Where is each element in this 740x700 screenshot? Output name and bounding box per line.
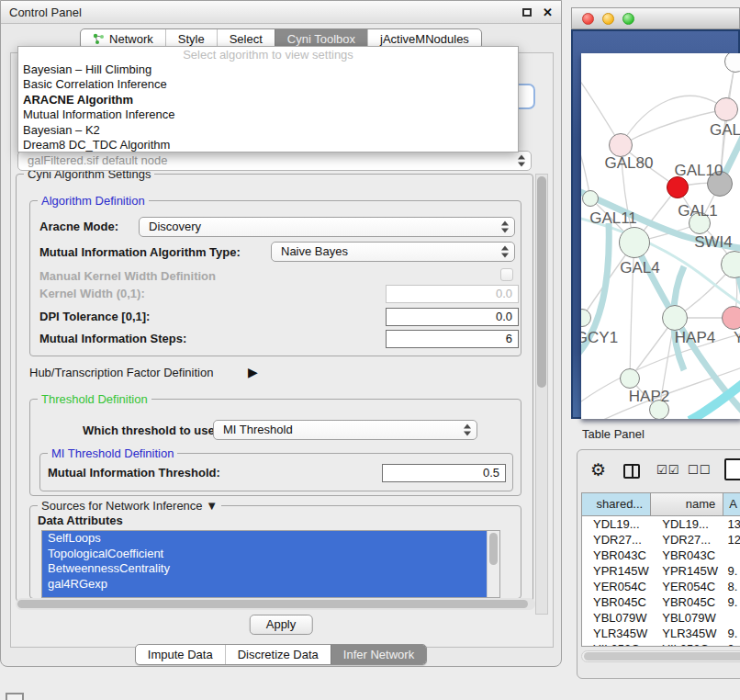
columns-icon[interactable] — [623, 464, 640, 479]
sources-disclosure-icon[interactable]: ▼ — [206, 499, 218, 513]
list-scrollbar[interactable] — [487, 531, 499, 597]
network-window: GAL GAL80 GAL10 GAL11 GAL1 SWI4 GAL4 GCY… — [571, 7, 740, 419]
table-panel-box: ⚙ ☑☑ ☐☐ shared... name A YDL19...YDL19..… — [577, 449, 740, 679]
column-header-a[interactable]: A — [723, 493, 740, 515]
network-canvas[interactable]: GAL GAL80 GAL10 GAL11 GAL1 SWI4 GAL4 GCY… — [581, 53, 740, 419]
dropdown-placeholder: Select algorithm to view settings — [18, 47, 518, 62]
tab-impute-data[interactable]: Impute Data — [136, 645, 225, 664]
mi-steps-label: Mutual Information Steps: — [39, 332, 186, 345]
table-header-row: shared... name A — [582, 493, 740, 516]
table-row[interactable]: YBL079WYBL079W — [582, 610, 740, 626]
select-all-icon[interactable]: ☑☑ — [656, 463, 679, 477]
sources-group: Sources for Network Inference ▼ Data Att… — [29, 505, 521, 599]
node-hap2[interactable] — [620, 368, 640, 389]
apply-button[interactable]: Apply — [250, 615, 313, 635]
which-threshold-combobox[interactable]: MI Threshold — [213, 420, 477, 440]
algorithm-definition-title: Algorithm Definition — [38, 194, 149, 208]
tab-infer-network[interactable]: Infer Network — [331, 645, 426, 664]
list-item-selfloops[interactable]: SelfLoops — [42, 531, 499, 547]
aracne-mode-combobox[interactable]: Discovery — [139, 217, 515, 237]
node-label-gal10: GAL10 — [675, 162, 723, 180]
node-label-gal11: GAL11 — [589, 209, 637, 228]
dpi-tolerance-field[interactable]: 0.0 — [386, 308, 519, 326]
kernel-width-label: Kernel Width (0,1): — [39, 287, 145, 300]
threshold-definition-group: Threshold Definition Which threshold to … — [29, 399, 521, 496]
dropdown-item-basic-correlation[interactable]: Basic Correlation Inference — [18, 77, 518, 92]
mi-algorithm-type-combobox[interactable]: Naive Bayes — [271, 242, 515, 262]
node-label-gal80: GAL80 — [605, 154, 654, 173]
table-horizontal-scrollbar[interactable] — [581, 650, 740, 662]
control-panel-title: Control Panel — [9, 6, 82, 19]
mi-algorithm-type-label: Mutual Information Algorithm Type: — [39, 245, 241, 259]
tab-discretize-data[interactable]: Discretize Data — [225, 645, 331, 664]
combo-stepper-icon — [500, 221, 509, 233]
dropdown-item-dream8[interactable]: Dream8 DC_TDC Algorithm — [18, 138, 518, 152]
mi-threshold-field[interactable]: 0.5 — [382, 464, 506, 482]
column-header-name[interactable]: name — [651, 493, 723, 515]
table-toolbar: ⚙ ☑☑ ☐☐ — [577, 454, 740, 491]
network-window-titlebar — [571, 7, 740, 29]
node-gal11[interactable] — [582, 190, 599, 207]
table-row[interactable]: YLR345WYLR345W9. — [582, 626, 740, 641]
mi-threshold-group: MI Threshold Definition Mutual Informati… — [39, 453, 513, 491]
hub-definition-label: Hub/Transcription Factor Definition — [29, 366, 213, 379]
list-item-topologicalcoefficient[interactable]: TopologicalCoefficient — [42, 547, 499, 562]
table-panel: Table Panel ⚙ ☑☑ ☐☐ shared... name A YDL… — [569, 419, 740, 700]
algorithm-definition-group: Algorithm Definition Aracne Mode: Discov… — [29, 200, 521, 356]
node-label-hap2: HAP2 — [629, 388, 669, 406]
dropdown-item-bayesian-hill-climbing[interactable]: Bayesian – Hill Climbing — [18, 62, 518, 77]
list-item-betweennesscentrality[interactable]: BetweennessCentrality — [42, 561, 499, 577]
table-row[interactable]: YBR045CYBR045C9. — [582, 594, 740, 610]
combo-stepper-icon — [517, 155, 525, 167]
hub-disclosure-icon[interactable]: ▶ — [248, 365, 258, 379]
close-icon[interactable]: ✕ — [543, 6, 553, 18]
network-window-frame: GAL GAL80 GAL10 GAL11 GAL1 SWI4 GAL4 GCY… — [571, 29, 740, 419]
node-label-gal-cut: GAL — [710, 121, 740, 140]
dpi-tolerance-label: DPI Tolerance [0,1]: — [39, 310, 150, 323]
file-icon[interactable] — [724, 458, 740, 480]
minimized-panel-icon[interactable] — [6, 693, 24, 700]
combo-stepper-icon — [463, 424, 471, 436]
mi-threshold-group-title: MI Threshold Definition — [48, 446, 177, 460]
list-item-gal4rgexp[interactable]: gal4RGexp — [42, 577, 499, 593]
mi-threshold-label: Mutual Information Threshold: — [48, 466, 220, 480]
close-traffic-light[interactable] — [582, 13, 594, 25]
table-row[interactable]: YBR043CYBR043C — [582, 548, 740, 563]
zoom-traffic-light[interactable] — [622, 13, 634, 25]
data-attributes-list[interactable]: SelfLoops TopologicalCoefficient Between… — [41, 530, 500, 598]
float-window-icon[interactable] — [522, 8, 532, 17]
unselect-all-icon[interactable]: ☐☐ — [688, 463, 711, 477]
data-attributes-label: Data Attributes — [38, 514, 123, 527]
manual-kernel-width-checkbox — [500, 268, 513, 281]
column-header-shared[interactable]: shared... — [582, 493, 651, 515]
node-y-cut[interactable] — [722, 306, 740, 330]
table-row[interactable]: YDR27...YDR27...12 — [582, 532, 740, 548]
manual-kernel-width-label: Manual Kernel Width Definition — [39, 269, 216, 283]
network-icon — [93, 33, 105, 45]
mi-steps-field[interactable]: 6 — [386, 330, 519, 348]
dropdown-item-aracne[interactable]: ARACNE Algorithm — [18, 93, 518, 107]
minimize-traffic-light[interactable] — [602, 13, 614, 25]
table-row[interactable]: YDL19...YDL19...13 — [582, 516, 740, 532]
table-row[interactable]: YPR145WYPR145W9. — [582, 563, 740, 579]
network-combobox[interactable]: galFiltered.sif default node — [17, 151, 532, 171]
node-gal4[interactable] — [619, 227, 650, 258]
which-threshold-label: Which threshold to use: — [83, 423, 219, 437]
bottom-tab-bar: Impute Data Discretize Data Infer Networ… — [1, 644, 561, 665]
settings-horizontal-scrollbar[interactable] — [16, 598, 535, 610]
table-panel-title: Table Panel — [582, 427, 645, 441]
threshold-definition-title: Threshold Definition — [38, 392, 151, 406]
node-label-swi4: SWI4 — [694, 233, 733, 252]
dropdown-item-mutual-information[interactable]: Mutual Information Inference — [18, 107, 518, 122]
gear-icon[interactable]: ⚙ — [590, 459, 606, 480]
dropdown-item-bayesian-k2[interactable]: Bayesian – K2 — [18, 123, 518, 138]
sources-group-title: Sources for Network Inference ▼ — [38, 499, 221, 513]
aracne-mode-label: Aracne Mode: — [39, 220, 118, 233]
node-hap4[interactable] — [662, 305, 688, 331]
table-row[interactable]: YER054CYER054C8. — [582, 579, 740, 594]
node-label-gal4: GAL4 — [620, 259, 659, 277]
settings-vertical-scrollbar[interactable] — [535, 174, 548, 615]
table-row[interactable]: YIL052CYIL052C9. — [582, 641, 740, 647]
node-gal-cut[interactable] — [714, 97, 738, 121]
algorithm-dropdown-popup: Select algorithm to view settings Bayesi… — [17, 46, 519, 152]
